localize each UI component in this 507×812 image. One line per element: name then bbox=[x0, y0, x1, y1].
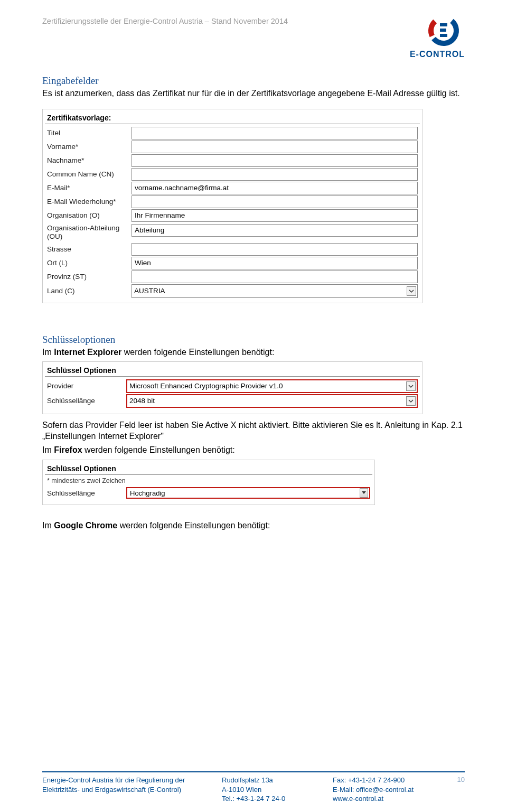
page-number: 10 bbox=[444, 776, 465, 804]
form-title: Zertifikatsvorlage: bbox=[45, 113, 420, 124]
paragraph: Sofern das Provider Feld leer ist haben … bbox=[42, 419, 465, 442]
label-email-repeat: E-Mail Wiederholung* bbox=[47, 198, 132, 206]
input-provinz[interactable] bbox=[132, 270, 418, 283]
input-ort[interactable] bbox=[132, 257, 418, 269]
select-keylen-ff-value: Hochgradig bbox=[130, 489, 165, 497]
label-org: Organisation (O) bbox=[47, 211, 132, 219]
chevron-down-icon bbox=[407, 286, 416, 296]
label-provinz: Provinz (ST) bbox=[47, 273, 132, 281]
label-keylen-ff: Schlüssellänge bbox=[47, 489, 126, 497]
heading-schluesseloptionen: Schlüsseloptionen bbox=[42, 334, 465, 346]
label-land: Land (C) bbox=[47, 287, 132, 295]
select-land[interactable]: AUSTRIA bbox=[132, 284, 418, 298]
input-vorname[interactable] bbox=[132, 141, 418, 153]
footer-addr2: A-1010 Wien bbox=[222, 785, 333, 795]
svg-rect-4 bbox=[440, 34, 447, 37]
paragraph: Im Google Chrome werden folgende Einstel… bbox=[42, 520, 465, 531]
label-titel: Titel bbox=[47, 129, 132, 137]
input-cn[interactable] bbox=[132, 168, 418, 181]
footer-tel: Tel.: +43-1-24 7 24-0 bbox=[222, 794, 333, 804]
label-strasse: Strasse bbox=[47, 245, 132, 253]
logo: E-CONTROL bbox=[410, 16, 465, 59]
form-schluessel-ie: Schlüssel Optionen Provider Microsoft En… bbox=[42, 361, 422, 414]
form-schluessel-ff: Schlüssel Optionen * mindestens zwei Zei… bbox=[42, 460, 375, 505]
input-ou[interactable] bbox=[132, 224, 418, 237]
select-land-value: AUSTRIA bbox=[134, 287, 165, 295]
label-ort: Ort (L) bbox=[47, 259, 132, 267]
document-header: Zertifizierungsstelle der Energie-Contro… bbox=[42, 16, 288, 25]
label-keylen: Schlüssellänge bbox=[47, 397, 126, 405]
paragraph: Im Firefox werden folgende Einstellungen… bbox=[42, 444, 465, 456]
svg-rect-3 bbox=[440, 29, 446, 32]
footer-email: E-Mail: office@e-control.at bbox=[333, 785, 444, 795]
footer-addr1: Rudolfsplatz 13a bbox=[222, 776, 333, 785]
form-zertifikatsvorlage: Zertifikatsvorlage: Titel Vorname* Nachn… bbox=[42, 109, 422, 303]
input-strasse[interactable] bbox=[132, 243, 418, 256]
label-vorname: Vorname* bbox=[47, 143, 132, 151]
svg-marker-5 bbox=[362, 491, 366, 494]
input-email-repeat[interactable] bbox=[132, 195, 418, 208]
label-cn: Common Name (CN) bbox=[47, 170, 132, 178]
input-org[interactable] bbox=[132, 209, 418, 222]
footer-org-line1: Energie-Control Austria für die Regulier… bbox=[42, 776, 222, 785]
footer-web: www.e-control.at bbox=[333, 794, 444, 804]
footer-fax: Fax: +43-1-24 7 24-900 bbox=[333, 776, 444, 785]
select-provider-value: Microsoft Enhanced Cryptographic Provide… bbox=[129, 382, 283, 390]
label-ou: Organisation-Abteilung (OU) bbox=[47, 224, 132, 241]
logo-text: E-CONTROL bbox=[410, 50, 465, 59]
input-titel[interactable] bbox=[132, 127, 418, 139]
footer-org-line2: Elektrizitäts- und Erdgaswirtschaft (E-C… bbox=[42, 785, 222, 795]
label-email: E-Mail* bbox=[47, 184, 132, 192]
dropdown-arrow-icon bbox=[360, 488, 368, 498]
form-note: * mindestens zwei Zeichen bbox=[45, 477, 372, 487]
svg-rect-2 bbox=[440, 23, 447, 26]
input-nachname[interactable] bbox=[132, 154, 418, 167]
label-nachname: Nachname* bbox=[47, 156, 132, 164]
select-keylen-ff[interactable]: Hochgradig bbox=[126, 487, 370, 499]
chevron-down-icon bbox=[406, 381, 416, 391]
paragraph: Es ist anzumerken, dass das Zertifikat n… bbox=[42, 88, 465, 99]
heading-eingabefelder: Eingabefelder bbox=[42, 75, 465, 87]
input-email[interactable] bbox=[132, 182, 418, 194]
form-title: Schlüssel Optionen bbox=[45, 365, 420, 377]
form-title: Schlüssel Optionen bbox=[45, 463, 372, 475]
select-provider[interactable]: Microsoft Enhanced Cryptographic Provide… bbox=[126, 379, 418, 393]
label-provider: Provider bbox=[47, 382, 126, 390]
paragraph: Im Internet Explorer werden folgende Ein… bbox=[42, 347, 465, 358]
select-keylen-value: 2048 bit bbox=[129, 397, 155, 405]
page-footer: Energie-Control Austria für die Regulier… bbox=[42, 771, 465, 804]
select-keylen[interactable]: 2048 bit bbox=[126, 394, 418, 408]
chevron-down-icon bbox=[406, 396, 416, 406]
